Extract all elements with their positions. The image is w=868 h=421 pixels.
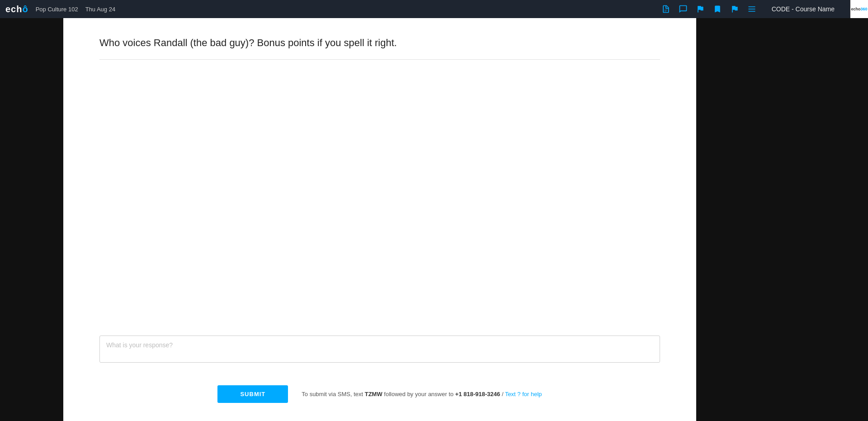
avatar-text: echo360: [851, 7, 867, 11]
topbar-course-code: CODE - Course Name: [764, 5, 842, 13]
topbar-course-name: Pop Culture 102: [36, 6, 78, 13]
topbar-avatar[interactable]: echo360: [850, 0, 868, 18]
flag-icon[interactable]: [730, 5, 739, 14]
sms-help-link[interactable]: Text ? for help: [505, 391, 542, 397]
sms-code: TZMW: [365, 391, 382, 397]
sms-phone: +1 818-918-3246: [455, 391, 500, 397]
question-divider: [99, 59, 660, 60]
topbar: echô Pop Culture 102 Thu Aug 24 +: [0, 0, 868, 18]
question-text: Who voices Randall (the bad guy)? Bonus …: [99, 36, 660, 50]
logo-text: ech: [5, 4, 22, 14]
sms-middle: followed by your answer to: [382, 391, 455, 397]
chat-icon[interactable]: [679, 5, 688, 14]
logo-accent: ô: [22, 4, 28, 14]
sms-prefix: To submit via SMS, text: [302, 391, 364, 397]
response-input[interactable]: [99, 336, 660, 363]
topbar-date: Thu Aug 24: [85, 6, 116, 13]
svg-text:+: +: [701, 5, 703, 9]
sms-divider: /: [500, 391, 505, 397]
topbar-left: echô Pop Culture 102 Thu Aug 24: [5, 4, 115, 14]
topbar-right: + CODE - Course Name echo360: [661, 0, 868, 18]
sms-info: To submit via SMS, text TZMW followed by…: [302, 390, 542, 399]
main-layout: Who voices Randall (the bad guy)? Bonus …: [0, 0, 868, 421]
submit-button[interactable]: SUBMIT: [217, 385, 288, 403]
main-content: Who voices Randall (the bad guy)? Bonus …: [63, 18, 696, 421]
list-icon[interactable]: [747, 5, 756, 14]
response-area: [99, 73, 660, 372]
document-icon[interactable]: [661, 5, 670, 14]
right-sidebar: [696, 18, 868, 421]
flag-plus-icon[interactable]: +: [696, 5, 705, 14]
left-sidebar: [0, 18, 63, 421]
echo-logo: echô: [5, 4, 28, 14]
bottom-section: SUBMIT To submit via SMS, text TZMW foll…: [99, 372, 660, 407]
bookmark-icon[interactable]: [713, 5, 722, 14]
